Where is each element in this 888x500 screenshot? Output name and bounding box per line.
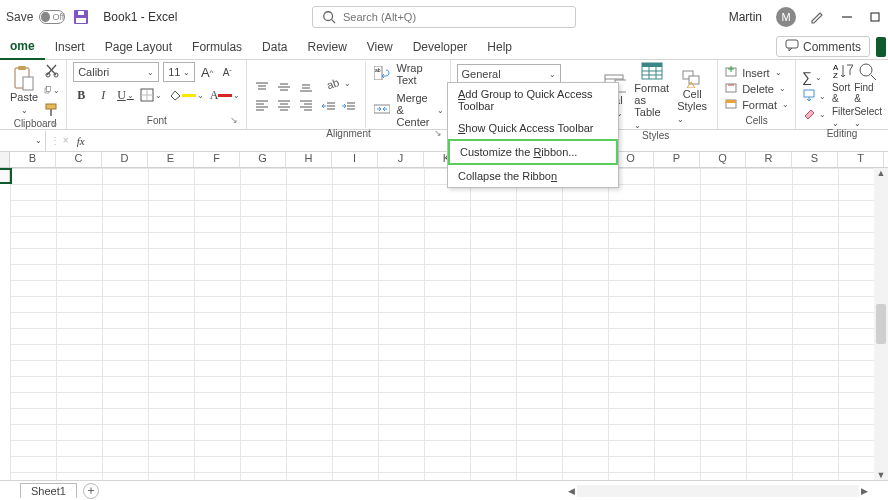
user-avatar[interactable]: M — [776, 7, 796, 27]
search-input[interactable] — [343, 11, 567, 23]
col-header[interactable]: J — [378, 152, 424, 167]
delete-cells-button[interactable]: Delete ⌄ — [724, 82, 789, 96]
increase-indent-icon[interactable] — [341, 98, 357, 116]
paste-icon[interactable] — [13, 65, 35, 91]
merge-center-button[interactable]: Merge & Center ⌄ — [374, 92, 443, 128]
pen-icon[interactable] — [810, 9, 826, 25]
align-right-icon[interactable] — [297, 96, 315, 114]
format-painter-icon[interactable] — [44, 102, 60, 118]
col-header[interactable]: G — [240, 152, 286, 167]
user-name[interactable]: Martin — [729, 10, 762, 24]
align-left-icon[interactable] — [253, 96, 271, 114]
autosum-button[interactable]: ∑⌄ — [802, 69, 826, 85]
tab-formulas[interactable]: Formulas — [182, 34, 252, 60]
orientation-icon[interactable]: ab⌄ — [321, 74, 357, 92]
col-header[interactable]: Q — [700, 152, 746, 167]
align-top-icon[interactable] — [253, 78, 271, 96]
tab-pagelayout[interactable]: Page Layout — [95, 34, 182, 60]
cancel-formula-icon[interactable]: ⋮ × — [50, 135, 69, 146]
font-color-button[interactable]: A⌄ — [210, 86, 241, 104]
col-header[interactable]: T — [838, 152, 884, 167]
increase-font-icon[interactable]: A^ — [199, 63, 215, 81]
select-all-corner[interactable] — [0, 152, 10, 167]
search-box[interactable] — [312, 6, 576, 28]
align-center-icon[interactable] — [275, 96, 293, 114]
ribbon-tabs: ome Insert Page Layout Formulas Data Rev… — [0, 34, 888, 60]
col-header[interactable]: F — [194, 152, 240, 167]
maximize-button[interactable] — [868, 10, 882, 24]
tab-developer[interactable]: Developer — [403, 34, 478, 60]
scroll-right-icon[interactable]: ▶ — [861, 486, 868, 496]
clear-button[interactable]: ⌄ — [802, 107, 826, 121]
menu-show-qat[interactable]: Show Quick Access Toolbar — [448, 117, 618, 139]
wrap-text-button[interactable]: ab Wrap Text — [374, 62, 443, 86]
col-header[interactable]: E — [148, 152, 194, 167]
menu-customize-ribbon[interactable]: Customize the Ribbon... — [448, 139, 618, 165]
col-header[interactable]: R — [746, 152, 792, 167]
cut-icon[interactable] — [44, 62, 60, 78]
alignment-launcher[interactable]: ↘ — [434, 128, 442, 138]
name-box[interactable]: ⌄ — [0, 131, 46, 151]
sheet-tab[interactable]: Sheet1 — [20, 483, 77, 498]
italic-button[interactable]: I — [95, 86, 111, 104]
tab-review[interactable]: Review — [297, 34, 356, 60]
add-sheet-button[interactable]: ＋ — [83, 483, 99, 499]
font-launcher[interactable]: ↘ — [230, 115, 238, 125]
autosave-toggle[interactable]: Off — [39, 10, 65, 24]
fill-color-button[interactable]: ⌄ — [168, 86, 204, 104]
scroll-up-icon[interactable]: ▲ — [877, 168, 886, 178]
cell-styles-button[interactable]: Cell Styles ⌄ — [673, 68, 711, 124]
number-format-combo[interactable]: General⌄ — [457, 64, 561, 84]
svg-line-74 — [871, 75, 876, 80]
col-header[interactable]: B — [10, 152, 56, 167]
format-as-table-button[interactable]: Format as Table ⌄ — [630, 62, 673, 130]
underline-button[interactable]: U⌄ — [117, 86, 134, 104]
active-cell[interactable] — [0, 168, 12, 184]
clipboard-launcher[interactable]: ↘ — [50, 118, 58, 128]
tab-home[interactable]: ome — [0, 34, 45, 60]
cell-grid[interactable] — [10, 168, 888, 480]
border-button[interactable]: ⌄ — [140, 86, 162, 104]
decrease-font-icon[interactable]: Aˇ — [219, 63, 235, 81]
align-bottom-icon[interactable] — [297, 78, 315, 96]
col-header[interactable]: S — [792, 152, 838, 167]
fx-icon[interactable]: fx — [77, 135, 85, 147]
svg-rect-50 — [374, 105, 390, 113]
menu-collapse-ribbon[interactable]: Collapse the Ribbon — [448, 165, 618, 187]
tab-help[interactable]: Help — [477, 34, 522, 60]
tab-data[interactable]: Data — [252, 34, 297, 60]
insert-cells-button[interactable]: Insert ⌄ — [724, 66, 789, 80]
svg-text:Z: Z — [833, 71, 838, 80]
find-select-button[interactable]: Find & Select ⌄ — [854, 62, 882, 128]
font-name-combo[interactable]: Calibri⌄ — [73, 62, 159, 82]
svg-text:ab: ab — [375, 67, 381, 73]
col-header[interactable]: D — [102, 152, 148, 167]
vertical-scrollbar[interactable]: ▲ ▼ — [874, 168, 888, 480]
bold-button[interactable]: B — [73, 86, 89, 104]
save-icon[interactable] — [73, 9, 89, 25]
col-header[interactable]: I — [332, 152, 378, 167]
col-header[interactable]: P — [654, 152, 700, 167]
scroll-thumb[interactable] — [876, 304, 886, 344]
comments-button[interactable]: Comments — [776, 36, 870, 57]
tab-view[interactable]: View — [357, 34, 403, 60]
copy-icon[interactable]: ⌄ — [44, 82, 60, 98]
formula-bar: ⌄ ⋮ × fx — [0, 130, 888, 152]
col-header[interactable]: H — [286, 152, 332, 167]
menu-add-to-qat[interactable]: Add Group to Quick Access Toolbar — [448, 83, 618, 117]
format-cells-button[interactable]: Format ⌄ — [724, 98, 789, 112]
scroll-down-icon[interactable]: ▼ — [877, 470, 886, 480]
paste-button[interactable]: Paste⌄ — [10, 91, 38, 115]
col-header[interactable]: C — [56, 152, 102, 167]
share-button[interactable] — [876, 37, 886, 57]
tab-insert[interactable]: Insert — [45, 34, 95, 60]
horizontal-scrollbar[interactable]: ◀ ▶ — [568, 485, 868, 497]
fill-button[interactable]: ⌄ — [802, 89, 826, 103]
group-cells: Insert ⌄ Delete ⌄ Format ⌄ Cells — [718, 60, 796, 129]
font-size-combo[interactable]: 11⌄ — [163, 62, 195, 82]
align-middle-icon[interactable] — [275, 78, 293, 96]
decrease-indent-icon[interactable] — [321, 98, 337, 116]
sort-filter-button[interactable]: AZ Sort & Filter ⌄ — [832, 62, 854, 128]
scroll-left-icon[interactable]: ◀ — [568, 486, 575, 496]
minimize-button[interactable] — [840, 10, 854, 24]
